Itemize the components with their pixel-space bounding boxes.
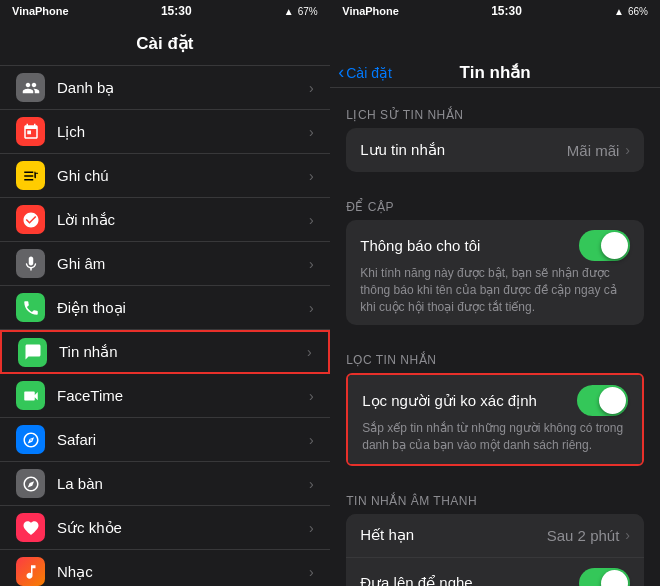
settings-item-lich[interactable]: Lịch › [0, 110, 330, 154]
left-title: Cài đặt [136, 33, 193, 54]
suc-khoe-label: Sức khỏe [57, 519, 309, 537]
danh-ba-chevron: › [309, 80, 314, 96]
dua-len-label: Đưa lên để nghe [360, 574, 579, 586]
lich-label: Lịch [57, 123, 309, 141]
wifi-icon: ▲ [284, 6, 294, 17]
music-icon-wrap [16, 557, 45, 586]
luu-tin-nhan-chevron: › [625, 142, 630, 158]
back-chevron-icon: ‹ [338, 62, 344, 83]
ghi-chu-label: Ghi chú [57, 167, 309, 184]
ghi-chu-chevron: › [309, 168, 314, 184]
section-header-loc: LỌC TIN NHẮN [330, 333, 660, 373]
voice-memos-icon-wrap [16, 249, 45, 278]
row-dua-len-de-nghe[interactable]: Đưa lên để nghe Đưa lên để nghe cho phép… [346, 558, 644, 586]
loc-row-top: Lọc người gửi ko xác định [362, 385, 628, 416]
loc-nguoi-gui-toggle-knob [599, 387, 626, 414]
luu-tin-nhan-label: Lưu tin nhắn [360, 141, 445, 158]
settings-item-danh-ba[interactable]: Danh bạ › [0, 66, 330, 110]
loi-nhac-label: Lời nhắc [57, 211, 309, 229]
dua-len-toggle-knob [601, 570, 628, 586]
safari-chevron: › [309, 432, 314, 448]
ghi-am-chevron: › [309, 256, 314, 272]
phone-icon-wrap [16, 293, 45, 322]
row-thong-bao-cho-toi[interactable]: Thông báo cho tôi Khi tính năng này được… [346, 220, 644, 325]
back-label: Cài đặt [346, 65, 392, 81]
dien-thoai-label: Điện thoại [57, 299, 309, 317]
messages-icon-wrap [18, 338, 47, 367]
facetime-chevron: › [309, 388, 314, 404]
facetime-icon-wrap [16, 381, 45, 410]
facetime-label: FaceTime [57, 387, 309, 404]
dua-len-toggle[interactable] [579, 568, 630, 586]
settings-item-ghi-am[interactable]: Ghi âm › [0, 242, 330, 286]
right-nav-top: ‹ Cài đặt Tin nhắn [330, 58, 660, 87]
thong-bao-toggle-knob [601, 232, 628, 259]
ghi-am-label: Ghi âm [57, 255, 309, 272]
thong-bao-toggle[interactable] [579, 230, 630, 261]
settings-item-suc-khoe[interactable]: Sức khỏe › [0, 506, 330, 550]
loc-nguoi-gui-desc: Sắp xếp tin nhắn từ những người không có… [362, 420, 628, 454]
section-group-de-cap: Thông báo cho tôi Khi tính năng này được… [346, 220, 644, 325]
reminders-icon-wrap [16, 205, 45, 234]
settings-item-safari[interactable]: Safari › [0, 418, 330, 462]
right-battery-icon: 66% [628, 6, 648, 17]
loc-nguoi-gui-toggle[interactable] [577, 385, 628, 416]
settings-item-facetime[interactable]: FaceTime › [0, 374, 330, 418]
left-nav-header: Cài đặt [0, 22, 330, 66]
safari-icon-wrap [16, 425, 45, 454]
left-panel: VinaPhone 15:30 ▲ 67% Cài đặt Danh bạ › … [0, 0, 330, 586]
right-panel: VinaPhone 15:30 ▲ 66% ‹ Cài đặt Tin nhắn… [330, 0, 660, 586]
right-nav-header: ‹ Cài đặt Tin nhắn [330, 22, 660, 88]
row-het-han[interactable]: Hết hạn Sau 2 phút › [346, 514, 644, 558]
tin-nhan-label: Tin nhắn [59, 343, 307, 361]
right-content: LỊCH SỬ TIN NHẮN Lưu tin nhắn Mãi mãi › … [330, 88, 660, 586]
settings-item-nhac[interactable]: Nhạc › [0, 550, 330, 586]
compass-icon-wrap [16, 469, 45, 498]
calendar-icon-wrap [16, 117, 45, 146]
het-han-value: Sau 2 phút [547, 527, 620, 544]
settings-item-tin-nhan[interactable]: Tin nhắn › [0, 330, 330, 374]
row-loc-nguoi-gui[interactable]: Lọc người gửi ko xác định Sắp xếp tin nh… [348, 375, 642, 464]
dua-len-row-top: Đưa lên để nghe [360, 568, 630, 586]
health-icon-wrap [16, 513, 45, 542]
section-header-de-cap: ĐỂ CẬP [330, 180, 660, 220]
het-han-chevron: › [625, 527, 630, 543]
section-group-lich-su: Lưu tin nhắn Mãi mãi › [346, 128, 644, 172]
right-carrier: VinaPhone [342, 5, 399, 17]
lich-chevron: › [309, 124, 314, 140]
settings-item-loi-nhac[interactable]: Lời nhắc › [0, 198, 330, 242]
battery-icon: 67% [298, 6, 318, 17]
left-settings-list[interactable]: Danh bạ › Lịch › Ghi chú › Lời nhắc › [0, 66, 330, 586]
loi-nhac-chevron: › [309, 212, 314, 228]
section-group-loc: Lọc người gửi ko xác định Sắp xếp tin nh… [346, 373, 644, 466]
luu-tin-nhan-value: Mãi mãi [567, 142, 620, 159]
safari-label: Safari [57, 431, 309, 448]
left-carrier: VinaPhone [12, 5, 69, 17]
right-time: 15:30 [491, 4, 522, 18]
settings-item-ghi-chu[interactable]: Ghi chú › [0, 154, 330, 198]
nhac-chevron: › [309, 564, 314, 580]
section-header-lich-su: LỊCH SỬ TIN NHẮN [330, 88, 660, 128]
thong-bao-row-top: Thông báo cho tôi [360, 230, 630, 261]
left-time: 15:30 [161, 4, 192, 18]
settings-item-la-ban[interactable]: La bàn › [0, 462, 330, 506]
back-button[interactable]: ‹ Cài đặt [338, 62, 392, 83]
la-ban-chevron: › [309, 476, 314, 492]
row-luu-tin-nhan[interactable]: Lưu tin nhắn Mãi mãi › [346, 128, 644, 172]
right-wifi-icon: ▲ [614, 6, 624, 17]
right-title: Tin nhắn [460, 62, 531, 83]
notes-icon-wrap [16, 161, 45, 190]
thong-bao-label: Thông báo cho tôi [360, 237, 579, 254]
het-han-content: Hết hạn [360, 526, 547, 544]
suc-khoe-chevron: › [309, 520, 314, 536]
danh-ba-label: Danh bạ [57, 79, 309, 97]
nhac-label: Nhạc [57, 563, 309, 581]
tin-nhan-chevron: › [307, 344, 312, 360]
dien-thoai-chevron: › [309, 300, 314, 316]
right-status-icons: ▲ 66% [614, 6, 648, 17]
section-group-am-thanh: Hết hạn Sau 2 phút › Đưa lên để nghe Đưa… [346, 514, 644, 586]
contacts-icon-wrap [16, 73, 45, 102]
la-ban-label: La bàn [57, 475, 309, 492]
row-luu-tin-nhan-content: Lưu tin nhắn [360, 141, 567, 159]
settings-item-dien-thoai[interactable]: Điện thoại › [0, 286, 330, 330]
